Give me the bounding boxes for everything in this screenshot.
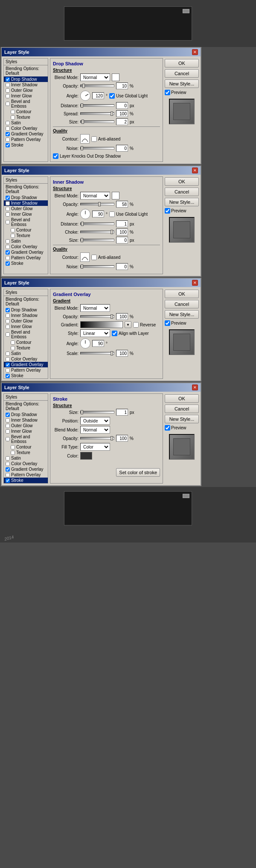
check-inner-glow-4[interactable] <box>6 429 10 434</box>
check-contour-2[interactable] <box>11 228 15 232</box>
check-gradient-overlay-3[interactable] <box>6 363 10 367</box>
check-color-overlay-1[interactable] <box>6 126 10 131</box>
styles-contour-4[interactable]: Contour <box>4 444 48 450</box>
styles-blending-options-1[interactable]: Blending Options: Default <box>4 65 48 76</box>
styles-stroke-2[interactable]: Stroke <box>4 261 48 266</box>
angle-dial-1[interactable] <box>80 91 90 101</box>
opacity-input-1[interactable] <box>116 82 128 89</box>
check-pattern-overlay-1[interactable] <box>6 138 10 142</box>
check-gradient-overlay-2[interactable] <box>6 250 10 255</box>
distance-slider-1[interactable] <box>80 104 114 107</box>
opacity-slider-4[interactable] <box>80 437 114 440</box>
dialog-close-3[interactable]: ✕ <box>192 280 198 286</box>
cancel-btn-3[interactable]: Cancel <box>165 300 199 308</box>
styles-inner-glow-3[interactable]: Inner Glow <box>4 324 48 329</box>
styles-stroke-4[interactable]: Stroke <box>4 478 48 483</box>
styles-outer-glow-2[interactable]: Outer Glow <box>4 206 48 211</box>
angle-input-3[interactable] <box>92 340 104 347</box>
anti-aliased-cb-1[interactable] <box>91 136 97 142</box>
fill-type-select-4[interactable]: Color <box>80 443 110 451</box>
choke-slider-2[interactable] <box>80 231 114 233</box>
check-satin-4[interactable] <box>6 456 10 460</box>
cancel-btn-1[interactable]: Cancel <box>165 69 199 78</box>
check-bevel-4[interactable] <box>6 437 10 441</box>
ok-btn-3[interactable]: OK <box>165 290 199 298</box>
check-inner-shadow-3[interactable] <box>6 314 10 318</box>
styles-drop-shadow-4[interactable]: Drop Shadow <box>4 412 48 417</box>
distance-slider-2[interactable] <box>80 223 114 225</box>
noise-slider-1[interactable] <box>80 147 114 150</box>
angle-dial-2[interactable] <box>80 209 90 219</box>
new-style-btn-4[interactable]: New Style... <box>165 415 199 423</box>
styles-blending-2[interactable]: Blending Options: Default <box>4 184 48 195</box>
size-input-2[interactable] <box>116 237 128 243</box>
ok-btn-4[interactable]: OK <box>165 394 199 403</box>
scale-slider-3[interactable] <box>80 352 114 355</box>
check-drop-shadow-2[interactable] <box>6 196 10 200</box>
styles-inner-shadow-1[interactable]: Inner Shadow <box>4 82 48 88</box>
new-style-btn-1[interactable]: New Style... <box>165 79 199 88</box>
check-inner-glow-2[interactable] <box>6 212 10 217</box>
styles-satin-3[interactable]: Satin <box>4 351 48 356</box>
check-pattern-overlay-3[interactable] <box>6 368 10 372</box>
styles-drop-shadow-2[interactable]: Drop Shadow <box>4 195 48 200</box>
blend-mode-select-2[interactable]: Normal <box>80 192 110 199</box>
styles-bevel-4[interactable]: Bevel and Emboss <box>4 434 48 444</box>
check-drop-shadow-3[interactable] <box>6 308 10 312</box>
check-bevel-1[interactable] <box>6 102 10 106</box>
set-color-btn-4[interactable]: Set color of stroke <box>116 468 160 477</box>
new-style-btn-2[interactable]: New Style... <box>165 198 199 206</box>
check-pattern-overlay-2[interactable] <box>6 256 10 260</box>
style-select-3[interactable]: Linear <box>80 329 110 337</box>
check-stroke-2[interactable] <box>6 261 10 266</box>
check-outer-glow-2[interactable] <box>6 207 10 211</box>
styles-color-overlay-1[interactable]: Color Overlay <box>4 126 48 131</box>
noise-input-1[interactable] <box>116 145 128 152</box>
styles-satin-2[interactable]: Satin <box>4 238 48 244</box>
gradient-edit-btn-3[interactable]: ▼ <box>125 321 131 328</box>
check-texture-3[interactable] <box>11 346 15 350</box>
blend-mode-select-4[interactable]: Normal <box>80 426 110 434</box>
new-style-btn-3[interactable]: New Style... <box>165 310 199 319</box>
contour-preview-2[interactable] <box>80 252 90 262</box>
styles-pattern-overlay-4[interactable]: Pattern Overlay <box>4 472 48 478</box>
check-color-overlay-2[interactable] <box>6 245 10 249</box>
styles-pattern-overlay-1[interactable]: Pattern Overlay <box>4 137 48 142</box>
choke-input-2[interactable] <box>116 229 128 235</box>
styles-inner-glow-1[interactable]: Inner Glow <box>4 93 48 99</box>
opacity-slider-2[interactable] <box>80 203 114 205</box>
check-outer-glow-4[interactable] <box>6 424 10 428</box>
ok-btn-2[interactable]: OK <box>165 177 199 186</box>
check-color-overlay-4[interactable] <box>6 462 10 466</box>
check-bevel-2[interactable] <box>6 220 10 224</box>
styles-gradient-overlay-2[interactable]: Gradient Overlay <box>4 249 48 255</box>
spread-input-1[interactable] <box>116 110 128 117</box>
spread-slider-1[interactable] <box>80 112 114 115</box>
styles-inner-glow-2[interactable]: Inner Glow <box>4 211 48 217</box>
check-texture-2[interactable] <box>11 234 15 238</box>
color-swatch-4[interactable] <box>80 452 92 460</box>
blend-mode-select-3[interactable]: Normal <box>80 304 110 312</box>
angle-input-1[interactable] <box>92 92 104 99</box>
check-inner-shadow-2[interactable] <box>6 201 10 205</box>
preview-cb-3[interactable] <box>165 320 170 326</box>
styles-stroke-3[interactable]: Stroke <box>4 373 48 378</box>
check-gradient-overlay-4[interactable] <box>6 467 10 472</box>
styles-drop-shadow-1[interactable]: Drop Shadow <box>4 76 48 82</box>
preview-cb-1[interactable] <box>165 90 170 95</box>
check-inner-shadow-1[interactable] <box>6 83 10 87</box>
styles-gradient-overlay-1[interactable]: Gradient Overlay <box>4 131 48 137</box>
check-outer-glow-3[interactable] <box>6 319 10 323</box>
dialog-close-1[interactable]: ✕ <box>192 49 198 55</box>
opacity-input-3[interactable] <box>116 313 128 320</box>
angle-input-2[interactable] <box>92 211 104 217</box>
check-drop-shadow-1[interactable] <box>6 77 10 82</box>
styles-bevel-3[interactable]: Bevel and Emboss <box>4 329 48 340</box>
styles-inner-shadow-4[interactable]: Inner Shadow <box>4 417 48 423</box>
styles-texture-2[interactable]: Texture <box>4 233 48 238</box>
styles-outer-glow-3[interactable]: Outer Glow <box>4 318 48 324</box>
size-input-1[interactable] <box>116 118 128 125</box>
check-stroke-3[interactable] <box>6 374 10 378</box>
global-light-cb-1[interactable] <box>109 93 115 99</box>
gradient-bar-3[interactable] <box>80 321 123 328</box>
